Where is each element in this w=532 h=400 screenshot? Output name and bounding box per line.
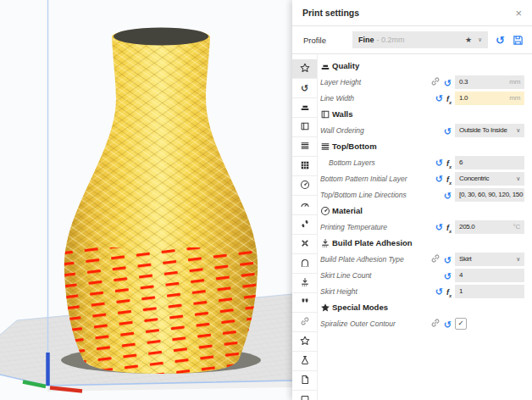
favorites-icon bbox=[300, 63, 310, 75]
reset-icon[interactable]: ↺ bbox=[435, 283, 443, 298]
setting-label: Bottom Layers bbox=[320, 158, 421, 167]
category-machine[interactable] bbox=[292, 391, 317, 400]
setting-label: Spiralize Outer Contour bbox=[320, 319, 421, 328]
reset-icon[interactable]: ↺ bbox=[435, 219, 443, 234]
top-bottom-icon bbox=[300, 141, 310, 153]
link-icon[interactable] bbox=[430, 252, 441, 267]
setting-row: Skirt Line Count↺4 bbox=[320, 267, 524, 283]
dropdown[interactable]: Outside To Inside∨ bbox=[455, 124, 524, 137]
cooling-icon bbox=[300, 238, 310, 250]
section-header-walls[interactable]: Walls bbox=[320, 106, 524, 122]
reset-icon[interactable]: ↺ bbox=[444, 75, 452, 90]
category-mesh-fixes[interactable] bbox=[292, 313, 317, 332]
value-field[interactable]: 1.0mm bbox=[455, 92, 524, 105]
setting-row: Bottom Pattern Initial Layer↺fxConcentri… bbox=[320, 170, 524, 186]
profile-select[interactable]: Fine - 0.2mm ★ ∨ bbox=[352, 31, 488, 48]
machine-icon bbox=[300, 394, 310, 400]
material-icon bbox=[300, 180, 310, 192]
dropdown[interactable]: Skirt∨ bbox=[455, 253, 524, 266]
print-settings-panel: Print settings × Profile Fine - 0.2mm ★ … bbox=[292, 0, 532, 400]
travel-icon bbox=[300, 219, 310, 231]
category-gcode[interactable] bbox=[292, 371, 317, 391]
profile-suffix: - 0.2mm bbox=[377, 36, 405, 44]
category-build-plate-adhesion[interactable] bbox=[292, 274, 317, 293]
category-quality[interactable] bbox=[292, 98, 317, 118]
category-experimental[interactable] bbox=[292, 352, 317, 371]
category-top-bottom[interactable] bbox=[292, 137, 317, 157]
vase-opening bbox=[114, 28, 208, 46]
category-dual-extrusion[interactable] bbox=[292, 293, 317, 313]
profile-row: Profile Fine - 0.2mm ★ ∨ ↺ bbox=[292, 26, 532, 54]
setting-label: Line Width bbox=[320, 94, 421, 103]
chevron-down-icon: ∨ bbox=[478, 36, 482, 43]
reset-icon[interactable]: ↺ bbox=[435, 154, 443, 169]
category-travel[interactable] bbox=[292, 215, 317, 235]
setting-row: Top/Bottom Line Directions↺[0, 30, 60, 9… bbox=[320, 186, 524, 203]
formula-icon[interactable]: fx bbox=[446, 170, 452, 186]
value-field[interactable]: 6 bbox=[455, 156, 524, 169]
value-field[interactable]: [0, 30, 60, 90, 120, 150 ] bbox=[455, 188, 524, 202]
category-cooling[interactable] bbox=[292, 235, 317, 254]
formula-icon[interactable]: fx bbox=[446, 90, 452, 105]
profile-save-button[interactable] bbox=[513, 35, 524, 46]
formula-icon[interactable]: fx bbox=[446, 283, 452, 298]
section-header-quality[interactable]: Quality bbox=[320, 58, 524, 74]
3d-scene[interactable] bbox=[0, 0, 292, 400]
walls-icon bbox=[300, 121, 310, 133]
category-walls[interactable] bbox=[292, 118, 317, 137]
mesh-fixes-icon bbox=[300, 316, 310, 328]
setting-label: Skirt Line Count bbox=[320, 271, 421, 280]
setting-category-bar: ↺ bbox=[292, 54, 318, 400]
reset-icon[interactable]: ↺ bbox=[444, 268, 452, 283]
close-icon[interactable]: × bbox=[515, 8, 522, 19]
category-favorites[interactable] bbox=[292, 59, 317, 79]
value-field[interactable]: 205.0°C bbox=[455, 220, 524, 234]
category-speed[interactable] bbox=[292, 196, 317, 215]
setting-label: Wall Ordering bbox=[320, 126, 421, 135]
checkbox[interactable]: ✓ bbox=[455, 318, 467, 330]
link-icon[interactable] bbox=[430, 75, 441, 90]
category-material[interactable] bbox=[292, 176, 317, 196]
setting-list: QualityLayer Height↺0.3mmLine Width↺fx1.… bbox=[318, 54, 532, 400]
build-plate-adhesion-icon bbox=[300, 277, 310, 289]
experimental-icon bbox=[300, 355, 310, 367]
category-support[interactable] bbox=[292, 254, 317, 274]
value-field[interactable]: 4 bbox=[455, 269, 524, 282]
formula-icon[interactable]: fx bbox=[446, 154, 452, 169]
category-custom[interactable]: ↺ bbox=[292, 79, 317, 98]
category-special-modes[interactable] bbox=[292, 332, 317, 352]
reset-icon[interactable]: ↺ bbox=[444, 252, 452, 267]
setting-row: Build Plate Adhesion Type↺Skirt∨ bbox=[320, 251, 524, 267]
link-icon[interactable] bbox=[430, 316, 441, 331]
section-header-material[interactable]: Material bbox=[320, 203, 524, 219]
favorite-star-icon[interactable]: ★ bbox=[465, 36, 472, 44]
value-field[interactable]: 0.3mm bbox=[455, 75, 524, 89]
setting-row: Line Width↺fx1.0mm bbox=[320, 90, 524, 106]
dropdown[interactable]: Concentric∨ bbox=[455, 172, 524, 186]
setting-label: Layer Height bbox=[320, 78, 421, 86]
custom-icon: ↺ bbox=[301, 84, 308, 93]
setting-row: Printing Temperature↺fx205.0°C bbox=[320, 219, 524, 235]
profile-value: Fine bbox=[358, 36, 374, 44]
section-header-top-bottom[interactable]: Top/Bottom bbox=[320, 138, 524, 154]
chevron-down-icon: ∨ bbox=[516, 256, 520, 263]
section-header-special-modes[interactable]: Special Modes bbox=[320, 299, 524, 315]
profile-label: Profile bbox=[303, 36, 352, 45]
panel-title: Print settings bbox=[302, 8, 515, 18]
reset-icon[interactable]: ↺ bbox=[435, 170, 443, 186]
reset-icon[interactable]: ↺ bbox=[444, 187, 452, 203]
section-header-build-plate-adhesion[interactable]: Build Plate Adhesion bbox=[320, 235, 524, 251]
category-infill[interactable] bbox=[292, 157, 317, 176]
formula-icon[interactable]: fx bbox=[446, 219, 452, 234]
adhesion-icon bbox=[320, 238, 332, 248]
reset-icon[interactable]: ↺ bbox=[435, 90, 443, 105]
setting-label: Bottom Pattern Initial Layer bbox=[320, 175, 421, 183]
quality-icon bbox=[300, 102, 310, 114]
setting-label: Printing Temperature bbox=[320, 223, 421, 231]
profile-reset-button[interactable]: ↺ bbox=[496, 35, 505, 46]
reset-icon[interactable]: ↺ bbox=[444, 123, 452, 138]
value-field[interactable]: 1 bbox=[455, 285, 524, 298]
vase-model[interactable] bbox=[61, 28, 261, 375]
setting-label: Skirt Height bbox=[320, 287, 421, 296]
reset-icon[interactable]: ↺ bbox=[444, 316, 452, 331]
